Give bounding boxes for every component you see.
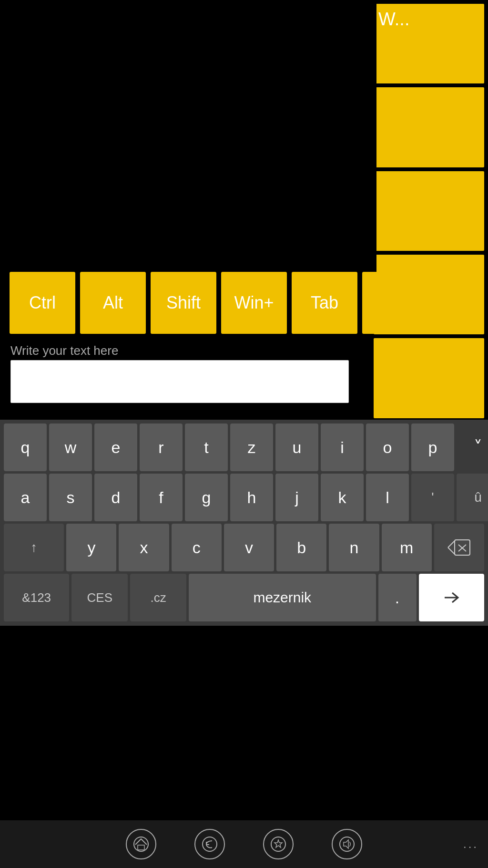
key-a[interactable]: a [4, 474, 47, 521]
svg-point-11 [340, 837, 354, 851]
search-button[interactable] [263, 829, 294, 859]
key-ces[interactable]: CES [71, 574, 128, 621]
key-shift[interactable]: ↑ [4, 524, 64, 571]
key-u[interactable]: u [275, 424, 318, 471]
key-l[interactable]: l [366, 474, 409, 521]
right-tile-1-label: W... [374, 4, 484, 35]
svg-rect-7 [138, 845, 144, 850]
key-i[interactable]: i [321, 424, 364, 471]
key-apostrophe[interactable]: ' [411, 474, 454, 521]
text-input-box[interactable] [10, 360, 349, 403]
key-r[interactable]: r [140, 424, 183, 471]
key-o[interactable]: o [366, 424, 409, 471]
key-w[interactable]: w [49, 424, 92, 471]
svg-marker-12 [344, 840, 348, 848]
svg-line-1 [448, 541, 455, 548]
key-g[interactable]: g [185, 474, 228, 521]
more-dots[interactable]: ... [463, 837, 478, 851]
tab-key[interactable]: Tab [292, 272, 357, 334]
text-input-label: Write your text here [10, 343, 118, 358]
svg-point-8 [203, 837, 217, 851]
special-keys-row: Ctrl Alt Shift Win+ Tab [10, 272, 376, 334]
top-area [0, 0, 376, 272]
key-n[interactable]: n [329, 524, 379, 571]
key-b[interactable]: b [276, 524, 326, 571]
key-f[interactable]: f [140, 474, 183, 521]
key-z[interactable]: z [230, 424, 273, 471]
key-row-2: a s d f g h j k l ' û [2, 474, 486, 521]
key-k[interactable]: k [321, 474, 364, 521]
key-j[interactable]: j [275, 474, 318, 521]
key-space[interactable]: mezernik [189, 574, 376, 621]
key-m[interactable]: m [382, 524, 432, 571]
alt-key[interactable]: Alt [80, 272, 146, 334]
key-chevron[interactable]: ˅ [457, 424, 488, 471]
right-tile-3[interactable] [374, 171, 484, 251]
key-dot[interactable]: . [378, 574, 417, 621]
win-key[interactable]: Win+ [221, 272, 287, 334]
key-h[interactable]: h [230, 474, 273, 521]
key-q[interactable]: q [4, 424, 47, 471]
keyboard: q w e r t z u i o p ˅ a s d f g h j k l … [0, 420, 488, 626]
right-tile-4[interactable] [374, 255, 484, 334]
shift-key[interactable]: Shift [151, 272, 216, 334]
key-backspace[interactable] [434, 524, 484, 571]
key-s[interactable]: s [49, 474, 92, 521]
nav-bar: ... [0, 820, 488, 868]
right-tile-2[interactable] [374, 87, 484, 167]
key-row-4: &123 CES .cz mezernik . [2, 574, 486, 621]
svg-marker-10 [274, 840, 282, 847]
right-tile-1[interactable]: W... [374, 4, 484, 83]
key-enter[interactable] [419, 574, 484, 621]
key-c[interactable]: c [172, 524, 222, 571]
key-e[interactable]: e [94, 424, 137, 471]
key-row-1: q w e r t z u i o p ˅ [2, 424, 486, 471]
key-p[interactable]: p [411, 424, 454, 471]
back-button[interactable] [194, 829, 225, 859]
extra-key[interactable] [362, 272, 376, 334]
key-t[interactable]: t [185, 424, 228, 471]
key-numeric[interactable]: &123 [4, 574, 69, 621]
home-button[interactable] [126, 829, 156, 859]
svg-line-2 [448, 548, 455, 554]
key-v[interactable]: v [224, 524, 274, 571]
key-d[interactable]: d [94, 474, 137, 521]
key-u-hat[interactable]: û [457, 474, 488, 521]
volume-button[interactable] [332, 829, 362, 859]
ctrl-key[interactable]: Ctrl [10, 272, 75, 334]
key-y[interactable]: y [66, 524, 116, 571]
key-dotcz[interactable]: .cz [130, 574, 186, 621]
right-tile-5[interactable] [374, 338, 484, 418]
key-x[interactable]: x [119, 524, 169, 571]
key-row-3: ↑ y x c v b n m [2, 524, 486, 571]
